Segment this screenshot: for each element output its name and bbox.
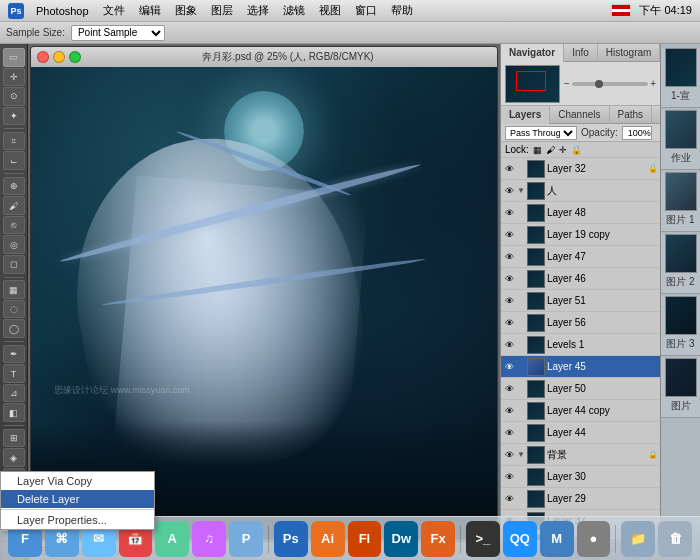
dock-icon[interactable]: Fx — [421, 521, 455, 557]
layer-row[interactable]: 👁Layer 32🔒 — [501, 158, 660, 180]
layer-row[interactable]: 👁Layer 47 — [501, 246, 660, 268]
lock-paint-icon[interactable]: 🖌 — [546, 145, 555, 155]
layer-eye-icon[interactable]: 👁 — [503, 361, 515, 373]
sample-size-select[interactable]: Point Sample 3 by 3 Average 5 by 5 Avera… — [71, 25, 165, 41]
tool-healing[interactable]: ⊕ — [3, 177, 25, 196]
far-right-item-pic3[interactable]: 图片 3 — [661, 296, 700, 356]
blend-mode-select[interactable]: Pass Through Normal Multiply Screen Over… — [505, 126, 577, 140]
layer-eye-icon[interactable]: 👁 — [503, 273, 515, 285]
tool-eraser[interactable]: ◻ — [3, 255, 25, 274]
menu-image[interactable]: 图象 — [169, 1, 203, 20]
tool-move[interactable]: ✛ — [3, 68, 25, 87]
layer-eye-icon[interactable]: 👁 — [503, 471, 515, 483]
layer-eye-icon[interactable]: 👁 — [503, 339, 515, 351]
menu-photoshop[interactable]: Photoshop — [30, 3, 95, 19]
far-right-item-pic1[interactable]: 图片 1 — [661, 172, 700, 232]
dock-icon[interactable]: 📁 — [621, 521, 655, 557]
window-maximize-button[interactable] — [69, 51, 81, 63]
tool-gradient[interactable]: ▦ — [3, 280, 25, 299]
tab-paths[interactable]: Paths — [610, 106, 653, 124]
tool-magic-wand[interactable]: ✦ — [3, 107, 25, 126]
layer-eye-icon[interactable]: 👁 — [503, 229, 515, 241]
layer-row[interactable]: 👁Layer 29 — [501, 488, 660, 510]
tool-pen[interactable]: ✒ — [3, 345, 25, 364]
tool-history[interactable]: ◎ — [3, 235, 25, 254]
layer-eye-icon[interactable]: 👁 — [503, 163, 515, 175]
tool-clone[interactable]: ⎋ — [3, 216, 25, 235]
tool-text[interactable]: T — [3, 364, 25, 383]
menu-file[interactable]: 文件 — [97, 1, 131, 20]
navigator-preview[interactable] — [505, 65, 560, 103]
far-right-item-pic2[interactable]: 图片 2 — [661, 234, 700, 294]
layer-eye-icon[interactable]: 👁 — [503, 317, 515, 329]
layer-eye-icon[interactable]: 👁 — [503, 427, 515, 439]
menu-view[interactable]: 视图 — [313, 1, 347, 20]
dock-icon[interactable]: A — [155, 521, 189, 557]
dock-icon[interactable]: ♫ — [192, 521, 226, 557]
tool-crop[interactable]: ⌗ — [3, 132, 25, 151]
menu-layer[interactable]: 图层 — [205, 1, 239, 20]
lock-transparency-icon[interactable]: ▦ — [533, 145, 542, 155]
layer-row[interactable]: 👁Layer 50 — [501, 378, 660, 400]
dock-icon[interactable]: Ai — [311, 521, 345, 557]
layer-row[interactable]: 👁▼人 — [501, 180, 660, 202]
canvas-content[interactable]: 思缘设计论坛 www.missyuan.com — [31, 67, 497, 539]
far-right-item-1[interactable]: 1-宣 — [661, 48, 700, 108]
layer-eye-icon[interactable]: 👁 — [503, 493, 515, 505]
tab-layers[interactable]: Layers — [501, 106, 550, 124]
far-right-item-homework[interactable]: 作业 — [661, 110, 700, 170]
layer-row[interactable]: 👁Layer 46 — [501, 268, 660, 290]
far-right-item-5[interactable]: 图片 — [661, 358, 700, 418]
menu-help[interactable]: 帮助 — [385, 1, 419, 20]
tool-eyedrop[interactable]: ◈ — [3, 448, 25, 467]
zoom-out-icon[interactable]: − — [564, 78, 570, 89]
window-close-button[interactable] — [37, 51, 49, 63]
dock-icon[interactable]: Fl — [348, 521, 382, 557]
zoom-slider[interactable] — [572, 82, 648, 86]
zoom-in-icon[interactable]: + — [650, 78, 656, 89]
tool-marquee[interactable]: ▭ — [3, 48, 25, 67]
layer-row[interactable]: 👁Layer 48 — [501, 202, 660, 224]
layer-row[interactable]: 👁Layer 44 copy — [501, 400, 660, 422]
menu-filter[interactable]: 滤镜 — [277, 1, 311, 20]
tab-channels[interactable]: Channels — [550, 106, 609, 124]
dock-icon[interactable]: 🗑 — [658, 521, 692, 557]
tool-blur[interactable]: ◌ — [3, 300, 25, 319]
lock-position-icon[interactable]: ✛ — [559, 145, 567, 155]
dock-icon[interactable]: Ps — [274, 521, 308, 557]
menu-select[interactable]: 选择 — [241, 1, 275, 20]
layer-eye-icon[interactable]: 👁 — [503, 405, 515, 417]
layer-eye-icon[interactable]: 👁 — [503, 185, 515, 197]
tab-info[interactable]: Info — [564, 44, 598, 62]
window-minimize-button[interactable] — [53, 51, 65, 63]
layer-eye-icon[interactable]: 👁 — [503, 295, 515, 307]
layer-row[interactable]: 👁Levels 1 — [501, 334, 660, 356]
tab-histogram[interactable]: Histogram — [598, 44, 660, 62]
layer-row[interactable]: 👁Layer 19 copy — [501, 224, 660, 246]
lock-all-icon[interactable]: 🔒 — [571, 145, 582, 155]
opacity-input[interactable] — [622, 126, 652, 140]
menu-window[interactable]: 窗口 — [349, 1, 383, 20]
dock-icon[interactable]: QQ — [503, 521, 537, 557]
tab-navigator[interactable]: Navigator — [501, 44, 564, 62]
tool-path[interactable]: ⊿ — [3, 384, 25, 403]
dock-icon[interactable]: ● — [577, 521, 611, 557]
layer-eye-icon[interactable]: 👁 — [503, 449, 515, 461]
layer-row[interactable]: 👁Layer 51 — [501, 290, 660, 312]
layer-row[interactable]: 👁Layer 30 — [501, 466, 660, 488]
layer-eye-icon[interactable]: 👁 — [503, 251, 515, 263]
tool-3d[interactable]: ⊞ — [3, 429, 25, 448]
dock-icon[interactable]: >_ — [466, 521, 500, 557]
layer-row[interactable]: 👁Layer 56 — [501, 312, 660, 334]
tool-shape[interactable]: ◧ — [3, 403, 25, 422]
layer-eye-icon[interactable]: 👁 — [503, 207, 515, 219]
tool-brush[interactable]: 🖌 — [3, 196, 25, 215]
layer-row[interactable]: 👁▼背景🔒 — [501, 444, 660, 466]
dock-icon[interactable]: M — [540, 521, 574, 557]
tool-slice[interactable]: ⌙ — [3, 151, 25, 170]
dock-icon[interactable]: P — [229, 521, 263, 557]
layer-eye-icon[interactable]: 👁 — [503, 383, 515, 395]
tool-dodge[interactable]: ◯ — [3, 319, 25, 338]
tool-lasso[interactable]: ⊙ — [3, 87, 25, 106]
menu-edit[interactable]: 编辑 — [133, 1, 167, 20]
